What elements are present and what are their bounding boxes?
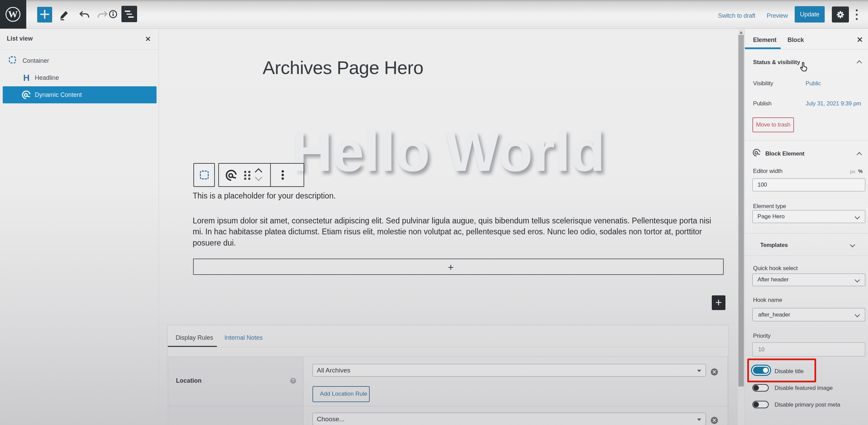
svg-text:W: W xyxy=(8,9,18,19)
